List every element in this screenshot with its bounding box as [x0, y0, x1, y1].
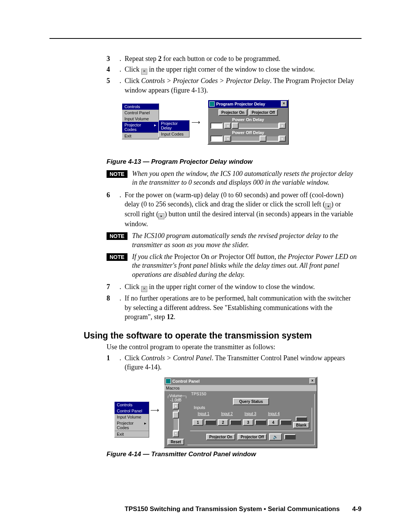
- menu-item-exit[interactable]: Exit: [115, 431, 149, 437]
- close-button[interactable]: ×: [281, 101, 287, 107]
- step-separator: .: [119, 65, 125, 75]
- controls-menu[interactable]: Controls Control Panel Input Volume Proj…: [114, 401, 149, 438]
- submenu-item-input-codes[interactable]: Input Codes: [159, 131, 189, 137]
- volume-slider[interactable]: ▴ ▾: [173, 403, 179, 437]
- menu-item-control-panel[interactable]: Control Panel: [115, 408, 149, 414]
- step-8: 8. If no further operations are to be pe…: [107, 294, 358, 321]
- note-text: When you open the window, the ICS 100 au…: [132, 169, 358, 187]
- projector-off-button[interactable]: Projector Off: [237, 434, 267, 440]
- page-footer: TPS150 Switching and Transmission System…: [124, 505, 362, 513]
- scroll-up-icon[interactable]: ▴: [173, 403, 179, 409]
- dialog-titlebar[interactable]: Control Panel ×: [164, 377, 317, 385]
- controls-menu[interactable]: Controls Control Panel Input Volume Proj…: [122, 103, 159, 139]
- group-label: TPS150: [190, 391, 207, 396]
- main-content: 3. Repeat step 2 for each button or code…: [107, 54, 358, 458]
- text-fragment: If no further operations are to be perfo…: [125, 294, 351, 321]
- note-badge: NOTE: [107, 170, 127, 178]
- control-panel-dialog: Control Panel × Macros ┌Volume─┐ -1.0dB …: [164, 377, 317, 448]
- step-separator: .: [119, 353, 125, 372]
- slider-thumb[interactable]: [232, 123, 239, 129]
- menu-item-exit[interactable]: Exit: [122, 133, 159, 139]
- menu-item-input-volume[interactable]: Input Volume: [115, 414, 149, 420]
- step-separator: .: [119, 54, 125, 63]
- text-fragment: Projector Off: [219, 253, 255, 260]
- close-icon: [141, 286, 147, 292]
- note-text: The ICS100 program automatically sends t…: [132, 232, 358, 249]
- projector-off-button[interactable]: Projector Off: [249, 109, 278, 116]
- page: 3. Repeat step 2 for each button or code…: [0, 0, 411, 532]
- menu-label: Projector Codes: [117, 421, 144, 430]
- top-rule: [49, 38, 362, 39]
- close-button[interactable]: ×: [309, 378, 315, 384]
- scroll-right-icon[interactable]: ▸: [279, 136, 286, 142]
- menu-header[interactable]: Controls: [122, 104, 159, 110]
- slider-track[interactable]: [231, 136, 279, 142]
- app-icon: [166, 379, 171, 384]
- reset-button[interactable]: Reset: [167, 439, 184, 445]
- note-2: NOTE The ICS100 program automatically se…: [107, 232, 358, 249]
- scroll-left-icon[interactable]: ◂: [224, 136, 231, 142]
- step-number: 4: [107, 65, 119, 75]
- volume-panel: ┌Volume─┐ -1.0dB ▴ ▾ Reset: [167, 394, 185, 445]
- menu-path: Controls > Projector Codes > Projector D…: [141, 77, 270, 85]
- text-fragment: Click: [125, 77, 142, 85]
- step-text: If no further operations are to be perfo…: [125, 294, 358, 321]
- arrow-icon: ⟶: [191, 118, 200, 126]
- text-fragment: If you click the: [132, 253, 174, 260]
- menu-item-projector-codes[interactable]: Projector Codes▸: [115, 420, 149, 431]
- step-text: Click in the upper right corner of the w…: [125, 65, 315, 75]
- power-on-delay-slider[interactable]: ◂ ▸: [224, 123, 286, 129]
- input-3-button[interactable]: 3: [243, 419, 253, 426]
- tps150-group: TPS150 Query Status Inputs Input 1 Input…: [187, 394, 315, 445]
- step-7: 7. Click in the upper right corner of th…: [107, 282, 358, 292]
- slider-thumb[interactable]: [173, 412, 179, 419]
- query-status-button[interactable]: Query Status: [233, 398, 269, 405]
- menu-header[interactable]: Controls: [115, 402, 149, 408]
- text-fragment: Click: [125, 283, 142, 291]
- program-projector-delay-dialog: Program Projector Delay × Projector On P…: [207, 99, 289, 145]
- menubar-item-macros[interactable]: Macros: [166, 386, 180, 390]
- section-intro: Use the control program to operate the t…: [107, 343, 358, 351]
- note-1: NOTE When you open the window, the ICS 1…: [107, 169, 358, 187]
- step-text: Repeat step 2 for each button or code to…: [125, 54, 280, 63]
- slider-track[interactable]: [173, 409, 179, 431]
- projector-on-button[interactable]: Projector On: [218, 109, 248, 116]
- blank-button[interactable]: Blank: [293, 422, 309, 428]
- input-2-button[interactable]: 2: [218, 419, 228, 426]
- step-number: 8: [107, 294, 119, 321]
- dialog-titlebar[interactable]: Program Projector Delay ×: [208, 100, 288, 108]
- projector-on-button[interactable]: Projector On: [206, 434, 236, 440]
- mute-button[interactable]: 🔈: [269, 433, 282, 441]
- slider-thumb[interactable]: [260, 136, 266, 142]
- figure-4-13-caption: Figure 4-13 — Program Projector Delay wi…: [107, 158, 358, 166]
- menu-item-input-volume[interactable]: Input Volume: [122, 116, 159, 122]
- scroll-down-icon[interactable]: ▾: [173, 431, 179, 437]
- power-on-delay-value[interactable]: 030: [210, 123, 223, 129]
- slider-track[interactable]: [231, 123, 279, 129]
- scroll-right-icon[interactable]: ▸: [279, 123, 286, 129]
- menubar[interactable]: Macros: [164, 385, 317, 391]
- volume-label: ┌Volume─┐: [167, 394, 185, 398]
- step-number: 3: [107, 54, 119, 63]
- menu-item-projector-codes[interactable]: Projector Codes▸: [122, 122, 159, 133]
- section-heading: Using the software to operate the transm…: [84, 331, 358, 341]
- menu-label: Projector Codes: [124, 123, 154, 132]
- step-number: 6: [107, 190, 119, 229]
- text-fragment: Click: [125, 354, 142, 362]
- input-1-label: Input 1: [198, 412, 209, 416]
- step-number: 5: [107, 76, 119, 95]
- power-off-delay-label: Power Off Delay: [210, 130, 286, 135]
- input-4-button[interactable]: 4: [268, 419, 279, 426]
- scroll-left-icon[interactable]: ◂: [224, 123, 231, 129]
- text-fragment: Click: [125, 66, 142, 73]
- menu-item-control-panel[interactable]: Control Panel: [122, 110, 159, 116]
- menu-path: Controls > Control Panel: [141, 354, 212, 362]
- input-1-button[interactable]: 1: [193, 419, 203, 426]
- power-off-delay-slider[interactable]: ◂ ▸: [224, 136, 286, 142]
- note-text: If you click the Projector On or Project…: [132, 252, 358, 279]
- submenu-item-projector-delay[interactable]: Projector Delay: [159, 120, 189, 131]
- dialog-body: ┌Volume─┐ -1.0dB ▴ ▾ Reset TPS150: [164, 391, 317, 447]
- note-3: NOTE If you click the Projector On or Pr…: [107, 252, 358, 279]
- projector-codes-submenu[interactable]: Projector Delay Input Codes: [158, 120, 190, 137]
- power-off-delay-value[interactable]: 180: [210, 136, 223, 142]
